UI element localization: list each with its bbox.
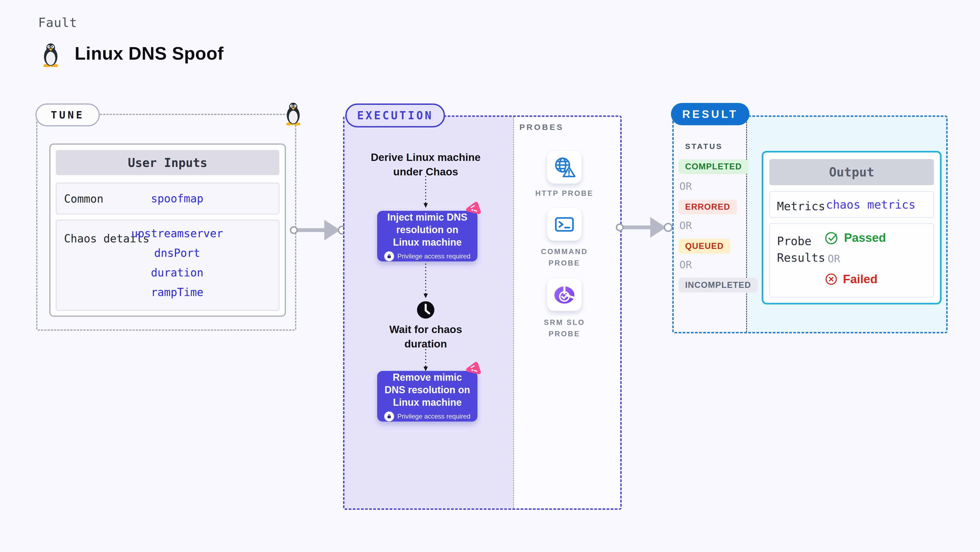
status-section-label: STATUS <box>685 142 723 151</box>
flow-arrow-icon <box>616 214 673 241</box>
input-row-values: spoofmap <box>56 183 279 214</box>
litmus-chaos-icon <box>463 360 482 379</box>
inject-step-text: Inject mimic DNS resolution on Linux mac… <box>382 211 473 249</box>
terminal-icon <box>553 213 576 236</box>
output-row-metrics: Metrics chaos metrics <box>769 191 934 218</box>
http-probe-label: HTTP PROBE <box>529 188 600 199</box>
user-inputs-table: User Inputs Common spoofmap Chaos detail… <box>49 144 286 317</box>
inject-chaos-step-card: Inject mimic DNS resolution on Linux mac… <box>377 211 477 262</box>
wait-step-text: Wait for chaos duration <box>385 322 466 351</box>
probes-section-label: PROBES <box>519 122 564 132</box>
output-row-probe-results: Probe Results Passed OR Failed <box>769 223 934 297</box>
page-title: Linux DNS Spoof <box>75 43 223 64</box>
or-separator: OR <box>828 253 840 265</box>
or-separator: OR <box>679 259 692 271</box>
input-row-chaos-details: Chaos details upstreamserver dnsPort dur… <box>56 220 279 311</box>
http-probe-card <box>547 151 582 184</box>
command-probe-card <box>547 208 582 241</box>
privilege-note: Privilege access required <box>384 411 470 421</box>
status-badge-errored: ERRORED <box>679 200 737 214</box>
flow-arrow-icon <box>290 216 347 244</box>
passed-label: Passed <box>844 231 886 244</box>
litmus-chaos-icon <box>463 200 482 219</box>
tux-penguin-icon <box>283 102 303 125</box>
clock-icon <box>417 301 435 319</box>
probe-result-failed: Failed <box>824 272 878 286</box>
padlock-icon <box>384 411 394 421</box>
probe-result-passed: Passed <box>824 230 886 245</box>
privilege-note-text: Privilege access required <box>397 412 470 420</box>
remove-step-text: Remove mimic DNS resolution on Linux mac… <box>382 371 473 409</box>
result-stage-pill: RESULT <box>671 103 749 125</box>
execution-stage-pill: EXECUTION <box>345 103 445 127</box>
or-separator: OR <box>679 180 692 192</box>
input-row-values: upstreamserver dnsPort duration rampTime <box>56 220 279 310</box>
privilege-note: Privilege access required <box>384 251 470 261</box>
input-value: spoofmap <box>151 192 204 205</box>
output-header: Output <box>769 159 934 185</box>
tune-stage-pill: TUNE <box>35 103 100 126</box>
input-row-common: Common spoofmap <box>56 183 279 214</box>
input-value: duration <box>151 266 204 279</box>
input-value: dnsPort <box>154 247 200 259</box>
fault-kicker: Fault <box>38 15 77 30</box>
dotted-arrow-down-icon <box>423 176 428 208</box>
x-circle-icon <box>824 272 838 286</box>
input-value: upstreamserver <box>131 227 223 240</box>
metrics-value: chaos metrics <box>770 192 934 217</box>
input-value: rampTime <box>151 286 204 298</box>
dotted-arrow-down-icon <box>423 263 428 298</box>
srm-slo-probe-label: SRM SLO PROBE <box>529 317 600 340</box>
srm-slo-probe-card <box>547 278 582 311</box>
or-separator: OR <box>679 219 692 232</box>
globe-alert-icon <box>553 156 576 179</box>
tux-penguin-icon <box>40 43 61 67</box>
status-badge-queued: QUEUED <box>679 239 730 254</box>
dotted-arrow-down-icon <box>423 349 428 371</box>
failed-label: Failed <box>843 272 878 286</box>
padlock-icon <box>384 251 394 261</box>
derive-step-text: Derive Linux machine under Chaos <box>369 150 483 179</box>
check-circle-icon <box>824 230 839 245</box>
user-inputs-header: User Inputs <box>56 150 279 175</box>
fault-diagram: Fault Linux DNS Spoof TUNE User Inputs C… <box>0 0 980 552</box>
status-badge-incompleted: INCOMPLETED <box>679 278 757 292</box>
privilege-note-text: Privilege access required <box>397 252 470 260</box>
command-probe-label: COMMAND PROBE <box>529 246 600 269</box>
output-table: Output Metrics chaos metrics Probe Resul… <box>762 151 942 305</box>
pie-check-icon <box>553 283 576 306</box>
remove-chaos-step-card: Remove mimic DNS resolution on Linux mac… <box>377 371 477 422</box>
status-badge-completed: COMPLETED <box>679 159 748 174</box>
